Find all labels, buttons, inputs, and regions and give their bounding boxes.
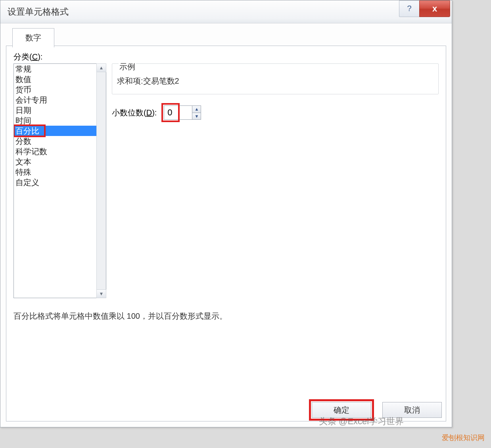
- category-item[interactable]: 数值: [14, 74, 96, 84]
- example-label: 示例: [119, 61, 136, 72]
- category-item[interactable]: 货币: [14, 84, 96, 95]
- spin-up-button[interactable]: ▲: [192, 105, 201, 113]
- ok-button[interactable]: 确定: [312, 402, 371, 418]
- category-label: 分类(C):: [13, 52, 42, 62]
- tab-number[interactable]: 数字: [12, 28, 54, 48]
- category-item[interactable]: 常规: [14, 64, 96, 74]
- watermark-text-2: 爱刨根知识网: [442, 433, 485, 442]
- scroll-up-button[interactable]: ▲: [96, 63, 106, 72]
- category-item[interactable]: 文本: [14, 157, 96, 167]
- tabbar: 数字: [6, 26, 446, 46]
- cancel-button[interactable]: 取消: [382, 402, 442, 418]
- example-box: 示例 求和项:交易笔数2: [112, 63, 439, 94]
- close-button[interactable]: x: [419, 0, 450, 17]
- category-item[interactable]: 特殊: [14, 167, 96, 177]
- category-item[interactable]: 日期: [14, 105, 96, 115]
- decimal-places-input[interactable]: [164, 105, 192, 120]
- tab-number-label: 数字: [25, 33, 41, 42]
- cancel-button-label: 取消: [404, 405, 420, 415]
- category-item[interactable]: 科学记数: [14, 146, 96, 157]
- panel-number: 分类(C): 常规数值货币会计专用日期时间百分比分数科学记数文本特殊自定义 ▲ …: [6, 46, 446, 421]
- format-description: 百分比格式将单元格中数值乘以 100，并以百分数形式显示。: [13, 311, 227, 322]
- dialog-content: 数字 分类(C): 常规数值货币会计专用日期时间百分比分数科学记数文本特殊自定义…: [6, 26, 446, 421]
- dialog-title: 设置单元格格式: [8, 6, 395, 18]
- ok-button-label: 确定: [334, 405, 349, 415]
- spinner-buttons: ▲ ▼: [192, 105, 201, 120]
- category-item[interactable]: 分数: [14, 136, 96, 146]
- decimal-places-label: 小数位数(D):: [112, 107, 157, 118]
- category-item[interactable]: 时间: [14, 115, 96, 126]
- decimal-row: 小数位数(D): ▲ ▼: [112, 105, 439, 120]
- decimal-places-spinner: ▲ ▼: [164, 105, 201, 120]
- titlebar: 设置单元格格式 ? x: [0, 0, 452, 23]
- window-controls: ? x: [399, 0, 450, 17]
- highlight-box-category: [14, 124, 46, 137]
- category-item[interactable]: 会计专用: [14, 95, 96, 105]
- scroll-track[interactable]: [97, 72, 106, 290]
- category-list[interactable]: 常规数值货币会计专用日期时间百分比分数科学记数文本特殊自定义 ▲ ▼: [13, 63, 106, 298]
- spin-down-button[interactable]: ▼: [192, 113, 201, 120]
- close-icon: x: [432, 4, 437, 14]
- dialog-footer: 确定 取消: [312, 402, 442, 418]
- help-button[interactable]: ?: [399, 0, 420, 17]
- category-item[interactable]: 百分比: [14, 126, 96, 136]
- format-cells-dialog: 设置单元格格式 ? x 数字 分类(C): 常规数值货币会计专用日期时间百分比分…: [0, 0, 452, 427]
- category-item[interactable]: 自定义: [14, 177, 96, 188]
- scrollbar[interactable]: ▲ ▼: [96, 64, 106, 298]
- scroll-down-button[interactable]: ▼: [96, 289, 106, 298]
- example-value: 求和项:交易笔数2: [117, 76, 433, 86]
- format-options-area: 示例 求和项:交易笔数2 小数位数(D): ▲ ▼: [112, 63, 439, 120]
- help-icon: ?: [407, 4, 411, 13]
